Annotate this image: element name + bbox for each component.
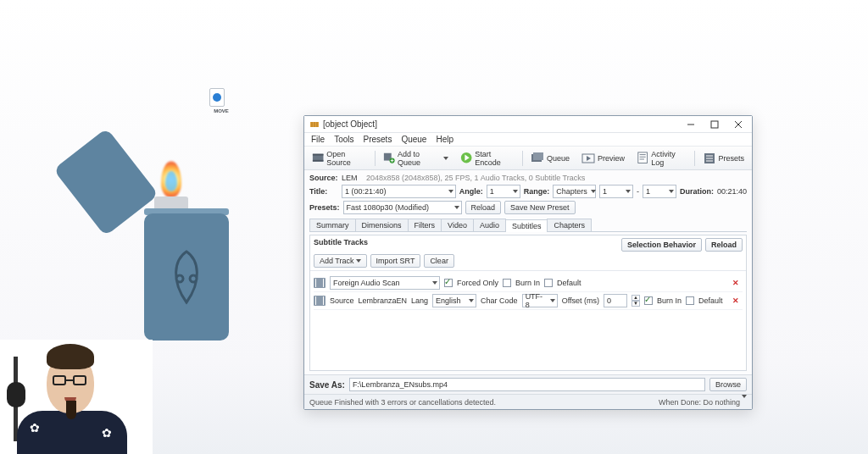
toolbar: Open Source Add to Queue Start Encode Qu… [304, 147, 752, 170]
menu-tools[interactable]: Tools [331, 134, 357, 145]
menu-presets[interactable]: Presets [359, 134, 395, 145]
add-track-button[interactable]: Add Track [314, 254, 367, 268]
svg-rect-5 [313, 160, 324, 162]
subtitle-reload-button[interactable]: Reload [705, 238, 743, 252]
track1-burnin-checkbox[interactable] [503, 279, 511, 287]
preset-select[interactable]: Fast 1080p30 (Modified) [343, 201, 462, 214]
source-label: Source: [309, 174, 338, 182]
webcam-overlay [0, 340, 153, 454]
track2-offset-input[interactable] [604, 294, 627, 307]
subtitle-section-label: Subtitle Tracks [314, 238, 368, 246]
duration-label: Duration: [680, 187, 714, 196]
close-button[interactable] [726, 117, 750, 132]
preview-icon [581, 152, 595, 165]
range-type-select[interactable]: Chapters [553, 185, 596, 198]
queue-icon [531, 152, 544, 165]
save-as-label: Save As: [309, 380, 345, 390]
start-encode-button[interactable]: Start Encode [456, 147, 519, 169]
track2-delete-button[interactable]: ✕ [729, 296, 743, 305]
subtitle-panel: Subtitle Tracks Selection Behavior Reloa… [309, 235, 747, 371]
track2-burnin-checkbox[interactable] [644, 296, 653, 305]
titlebar[interactable]: [object Object] [304, 116, 752, 133]
track2-default-checkbox[interactable] [686, 296, 694, 305]
clear-button[interactable]: Clear [424, 254, 454, 268]
tab-subtitles[interactable]: Subtitles [505, 219, 548, 232]
svg-rect-10 [533, 152, 543, 160]
when-done-label: When Done: [659, 398, 701, 407]
source-info: 2048x858 (2048x858), 25 FPS, 1 Audio Tra… [366, 174, 585, 182]
chevron-down-icon [742, 395, 747, 407]
handbrake-window: [object Object] File Tools Presets Queue… [303, 115, 753, 410]
maximize-button[interactable] [703, 117, 726, 132]
desktop-file-label: MOVE [207, 108, 236, 114]
duration-value: 00:21:40 [717, 187, 747, 196]
import-srt-button[interactable]: Import SRT [370, 254, 421, 268]
subtitle-track-row: Source LembranzaEN Lang English Char Cod… [314, 292, 743, 310]
range-label: Range: [524, 187, 550, 196]
activity-log-button[interactable]: Activity Log [632, 147, 691, 169]
browse-button[interactable]: Browse [709, 378, 747, 391]
menu-file[interactable]: File [308, 134, 328, 145]
log-icon [637, 152, 648, 165]
svg-rect-4 [313, 154, 324, 156]
play-icon [460, 152, 472, 165]
range-from-select[interactable]: 1 [599, 185, 633, 198]
track2-charcode-select[interactable]: UTF-8 [522, 294, 558, 307]
chevron-down-icon [448, 190, 453, 193]
selection-behavior-button[interactable]: Selection Behavior [621, 238, 702, 252]
tab-filters[interactable]: Filters [408, 219, 442, 231]
preset-reload-button[interactable]: Reload [465, 201, 502, 214]
track1-default-checkbox[interactable] [544, 279, 553, 287]
chevron-down-icon [443, 157, 448, 160]
add-to-queue-button[interactable]: Add to Queue [379, 147, 453, 169]
save-as-row: Save As: Browse [304, 374, 752, 394]
quicktime-icon [209, 88, 225, 107]
source-name: LEM [342, 174, 358, 182]
queue-button[interactable]: Queue [526, 149, 574, 168]
presets-label: Presets: [309, 203, 340, 212]
menubar: File Tools Presets Queue Help [304, 133, 752, 147]
save-as-input[interactable] [349, 378, 705, 391]
statusbar: Queue Finished with 3 errors or cancella… [304, 394, 752, 409]
chevron-down-icon [356, 259, 361, 263]
tab-audio[interactable]: Audio [473, 219, 506, 231]
presets-icon [703, 152, 716, 165]
film-icon [312, 152, 324, 165]
minimize-button[interactable] [679, 117, 703, 132]
title-select[interactable]: 1 (00:21:40) [342, 185, 456, 198]
subtitle-track-row: Foreign Audio Scan Forced Only Burn In D… [314, 274, 743, 292]
tab-video[interactable]: Video [441, 219, 474, 231]
desktop-file-icon[interactable]: MOVE [207, 88, 227, 114]
wallpaper-lighter [110, 144, 237, 356]
save-new-preset-button[interactable]: Save New Preset [504, 201, 576, 214]
svg-rect-2 [711, 121, 718, 128]
menu-queue[interactable]: Queue [398, 134, 430, 145]
queue-status-text: Queue Finished with 3 errors or cancella… [309, 398, 496, 407]
open-source-button[interactable]: Open Source [308, 147, 371, 169]
add-queue-icon [383, 152, 395, 165]
when-done-select[interactable]: Do nothing [703, 398, 747, 407]
tab-chapters[interactable]: Chapters [547, 219, 592, 231]
track1-delete-button[interactable]: ✕ [729, 279, 743, 287]
app-icon [309, 119, 320, 130]
menu-help[interactable]: Help [432, 134, 457, 145]
angle-select[interactable]: 1 [487, 185, 520, 198]
source-row: Source: LEM 2048x858 (2048x858), 25 FPS,… [309, 174, 747, 182]
tab-dimensions[interactable]: Dimensions [355, 219, 409, 231]
range-to-select[interactable]: 1 [643, 185, 676, 198]
track2-source-name: LembranzaEN [359, 296, 408, 305]
track-icon [314, 278, 326, 288]
tabs: Summary Dimensions Filters Video Audio S… [309, 219, 747, 232]
preview-button[interactable]: Preview [577, 149, 629, 168]
title-label: Title: [309, 187, 338, 196]
window-title: [object Object] [323, 119, 679, 129]
presets-button[interactable]: Presets [698, 149, 749, 168]
svg-rect-12 [638, 152, 648, 163]
track1-source-select[interactable]: Foreign Audio Scan [330, 276, 440, 290]
tab-summary[interactable]: Summary [309, 219, 356, 231]
track2-lang-select[interactable]: English [432, 294, 476, 307]
track-icon [314, 296, 326, 306]
offset-down-button[interactable]: ▼ [632, 301, 640, 307]
track1-forced-checkbox[interactable] [444, 279, 453, 287]
offset-up-button[interactable]: ▲ [632, 295, 640, 301]
